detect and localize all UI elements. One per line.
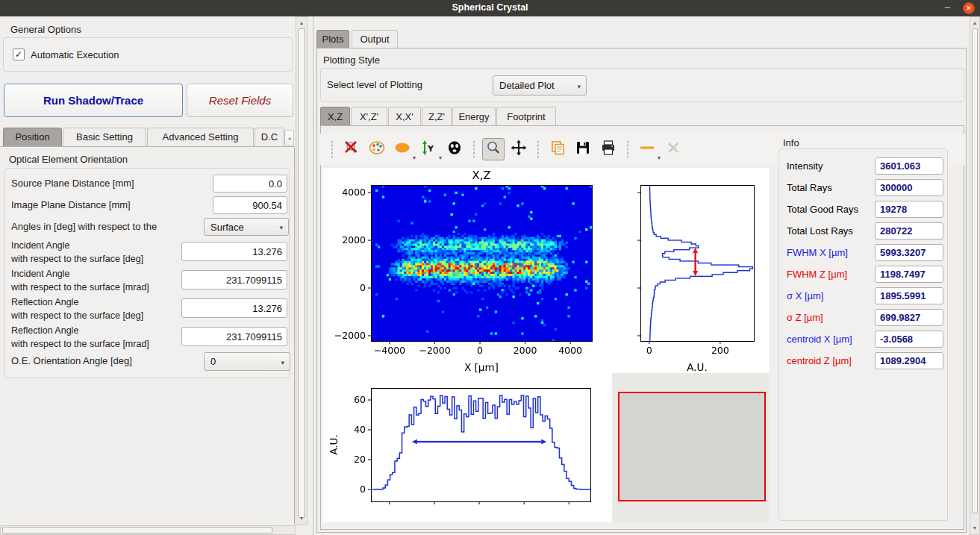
tab-basic-setting[interactable]: Basic Setting [63, 128, 146, 146]
automatic-execution-checkbox[interactable]: ✓ [13, 49, 25, 60]
incident-angle-mrad-input[interactable]: 231.7099115 [181, 270, 287, 290]
run-shadow-trace-button[interactable]: Run Shadow/Trace [4, 84, 183, 117]
total-good-rays-value[interactable]: 19278 [875, 201, 943, 218]
orientation-group-box: Source Plane Distance [mm] 0.0 Image Pla… [4, 168, 290, 378]
copy-button[interactable] [546, 138, 569, 160]
tab-position[interactable]: Position [3, 128, 62, 146]
pan-arrows-icon [511, 140, 527, 159]
centroid-x-value[interactable]: -3.0568 [875, 331, 943, 348]
info-label-8: centroid X [µm] [787, 334, 852, 345]
reset-fields-button[interactable]: Reset Fields [187, 84, 293, 117]
scroll-up-icon[interactable]: ▲ [296, 19, 307, 28]
clear-profile-button[interactable] [662, 138, 684, 160]
window-vscrollbar[interactable]: ▲ ▼ [970, 16, 980, 535]
source-plane-distance-input[interactable]: 0.0 [213, 175, 287, 193]
reset-zoom-icon [343, 140, 360, 159]
scroll-down-icon[interactable]: ▼ [970, 524, 979, 533]
close-button[interactable]: ✕ [963, 2, 975, 14]
save-button[interactable] [572, 138, 594, 160]
scroll-down-icon[interactable]: ▼ [296, 514, 307, 523]
tab-scroll-left-icon: ◂ [287, 135, 290, 142]
tab-xxp[interactable]: X,X' [388, 107, 421, 126]
info-label-2: Total Good Rays [787, 204, 858, 215]
xprofile-canvas[interactable] [322, 377, 618, 522]
plotting-style-label: Plotting Style [323, 54, 380, 66]
oe-orientation-angle-select[interactable]: 0 ▾ [204, 352, 290, 371]
field-label: Angles in [deg] with respect to the [11, 221, 157, 232]
tab-xz[interactable]: X,Z [320, 107, 350, 126]
sigma-x-value[interactable]: 1895.5991 [875, 287, 943, 304]
field-label: Reflection Angle with respect to the sur… [11, 324, 180, 354]
tab-advanced-setting[interactable]: Advanced Setting [147, 128, 254, 146]
tab-dc[interactable]: D.C [255, 128, 284, 146]
scroll-up-icon[interactable]: ▲ [970, 19, 979, 28]
profile-line-button[interactable] [636, 138, 658, 160]
plot-level-select[interactable]: Detailed Plot ▾ [493, 75, 587, 96]
select-value: 0 [210, 356, 216, 367]
reset-zoom-button[interactable] [340, 138, 363, 160]
reflection-angle-mrad-input[interactable]: 231.7099115 [181, 327, 287, 346]
angles-respect-select[interactable]: Surface ▾ [204, 218, 289, 236]
field-label: Incident Angle with respect to the surfa… [11, 239, 180, 269]
titlebar[interactable]: Spherical Crystal – ✕ [0, 0, 980, 16]
left-panel-vscrollbar[interactable]: ▲ ▼ [296, 16, 308, 525]
info-label-7: σ Z [µm] [787, 312, 823, 323]
image-plane-distance-input[interactable]: 900.54 [213, 196, 287, 214]
tab-plots[interactable]: Plots [316, 30, 349, 49]
toolbar-handle [536, 140, 540, 158]
scrollbar-thumb[interactable] [2, 527, 272, 534]
minimize-button[interactable]: – [945, 1, 950, 13]
y-axis-orientation-button[interactable]: Y [417, 138, 440, 160]
profile-line-icon [639, 140, 655, 159]
scrollbar-thumb[interactable] [298, 28, 305, 518]
tab-energy[interactable]: Energy [452, 107, 496, 126]
info-label-4: FWHM X [µm] [787, 247, 848, 258]
select-value: Detailed Plot [499, 80, 555, 91]
info-label-5: FWHM Z [µm] [787, 269, 847, 280]
section-title: Optical Element Orientation [9, 154, 128, 165]
tab-footprint[interactable]: Footprint [496, 107, 556, 126]
info-panel: Intensity 3601.063 Total Rays 300000 Tot… [778, 148, 948, 521]
close-icon: ✕ [966, 4, 972, 12]
left-panel-hscrollbar[interactable] [0, 525, 296, 535]
tab-xpzp[interactable]: X',Z' [351, 107, 387, 126]
scrollbar-thumb[interactable] [972, 28, 978, 513]
colormap-button[interactable] [366, 138, 388, 160]
aspect-ratio-ellipse-icon [394, 140, 411, 159]
incident-angle-deg-input[interactable]: 13.276 [181, 242, 287, 261]
spherical-crystal-window: Spherical Crystal – ✕ General Options ✓ … [0, 0, 980, 535]
zoom-mode-button[interactable] [482, 138, 505, 160]
y-axis-orientation-icon: Y [420, 140, 437, 159]
aspect-ratio-button[interactable] [391, 138, 413, 160]
centroid-z-value[interactable]: 1089.2904 [875, 352, 943, 369]
toolbar-handle [330, 140, 334, 158]
left-tabbar: Position Basic Setting Advanced Setting … [0, 128, 296, 146]
xz-heatmap-and-zprofile-canvas[interactable] [322, 168, 769, 377]
field-label: Reflection Angle with respect to the sur… [11, 295, 180, 325]
info-label-3: Total Lost Rays [787, 225, 853, 237]
tab-zzp[interactable]: Z,Z' [422, 107, 452, 126]
chevron-down-icon: ▾ [281, 359, 284, 366]
reflection-angle-deg-input[interactable]: 13.276 [181, 298, 287, 318]
intensity-value[interactable]: 3601.063 [875, 157, 943, 175]
sigma-z-value[interactable]: 699.9827 [875, 309, 943, 326]
plotting-style-box: Select level of Plotting Detailed Plot ▾ [320, 68, 964, 102]
general-options-box: ✓ Automatic Execution [3, 37, 293, 72]
colormap-palette-icon [369, 140, 385, 159]
position-tab-content: Optical Element Orientation Source Plane… [0, 146, 295, 525]
info-label-9: centroid Z [µm] [787, 355, 852, 366]
info-title: Info [783, 137, 799, 148]
tab-output[interactable]: Output [352, 30, 398, 49]
info-label-0: Intensity [787, 160, 823, 172]
clear-profile-x-icon [665, 140, 681, 159]
fwhm-x-value[interactable]: 5993.3207 [875, 244, 943, 261]
mask-icon [446, 140, 463, 159]
pan-mode-button[interactable] [508, 138, 530, 160]
plot-figure-area [322, 168, 769, 522]
mask-tool-button[interactable] [443, 138, 466, 160]
total-rays-value[interactable]: 300000 [875, 179, 943, 196]
total-lost-rays-value[interactable]: 280722 [875, 222, 943, 240]
print-button[interactable] [597, 138, 619, 160]
tab-scroll-left-button[interactable]: ◂ [284, 130, 294, 146]
fwhm-z-value[interactable]: 1198.7497 [875, 266, 943, 283]
